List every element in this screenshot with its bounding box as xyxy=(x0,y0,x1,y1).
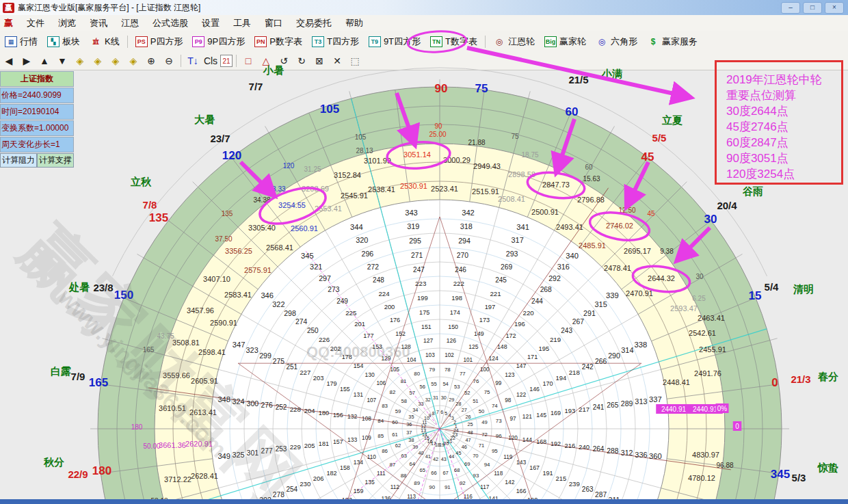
svg-text:28.13: 28.13 xyxy=(356,147,373,155)
svg-text:59: 59 xyxy=(395,408,401,414)
step-row: 周天变化步长=1 xyxy=(0,137,74,152)
svg-text:3407.10: 3407.10 xyxy=(203,275,230,283)
svg-text:118: 118 xyxy=(494,470,503,477)
svg-text:小暑: 小暑 xyxy=(263,64,284,76)
svg-text:小满: 小满 xyxy=(601,68,622,79)
svg-text:267: 267 xyxy=(572,318,584,326)
svg-text:2500.91: 2500.91 xyxy=(531,208,559,216)
svg-text:3661.36: 3661.36 xyxy=(159,441,186,449)
svg-text:107: 107 xyxy=(367,397,376,403)
svg-text:298: 298 xyxy=(284,309,296,317)
svg-text:288: 288 xyxy=(607,447,618,455)
svg-text:3203.69: 3203.69 xyxy=(302,185,329,193)
svg-text:168: 168 xyxy=(536,438,546,445)
svg-text:203: 203 xyxy=(313,374,324,382)
svg-text:344: 344 xyxy=(350,223,363,231)
annotation-line: 2019年江恩轮中轮 xyxy=(726,72,841,88)
svg-text:2575.91: 2575.91 xyxy=(244,266,271,274)
svg-text:40: 40 xyxy=(419,450,424,456)
svg-text:337: 337 xyxy=(649,395,662,403)
svg-text:74: 74 xyxy=(492,403,498,409)
svg-text:105: 105 xyxy=(390,367,399,373)
svg-text:205: 205 xyxy=(304,442,315,449)
svg-text:50: 50 xyxy=(479,408,484,414)
svg-text:109: 109 xyxy=(362,435,371,441)
svg-text:65: 65 xyxy=(420,467,425,473)
svg-text:18.75: 18.75 xyxy=(521,151,538,159)
svg-text:228: 228 xyxy=(290,406,301,413)
svg-text:45: 45 xyxy=(641,150,654,163)
svg-text:25: 25 xyxy=(468,421,473,427)
svg-text:2644.32: 2644.32 xyxy=(648,274,675,282)
svg-text:158: 158 xyxy=(340,464,350,471)
svg-text:170: 170 xyxy=(542,380,553,387)
svg-text:180: 180 xyxy=(92,464,111,477)
key-levels-annotation-box: 2019年江恩轮中轮 重要点位测算 30度2644点 45度2746点 60度2… xyxy=(715,60,843,185)
svg-text:34: 34 xyxy=(412,407,418,413)
svg-text:135: 135 xyxy=(149,211,168,224)
svg-text:75: 75 xyxy=(484,389,490,395)
svg-text:268: 268 xyxy=(540,286,552,293)
svg-text:165: 165 xyxy=(89,376,108,389)
svg-text:246: 246 xyxy=(455,266,466,274)
svg-text:193: 193 xyxy=(565,407,576,414)
svg-text:318: 318 xyxy=(460,222,473,230)
svg-text:31.25: 31.25 xyxy=(304,165,321,173)
svg-text:345: 345 xyxy=(771,468,790,481)
svg-text:2593.47: 2593.47 xyxy=(670,304,698,313)
svg-text:2530.91: 2530.91 xyxy=(400,182,427,190)
svg-text:159: 159 xyxy=(354,488,364,494)
svg-text:2448.41: 2448.41 xyxy=(663,378,690,386)
svg-text:70: 70 xyxy=(473,453,478,459)
price-row: 价格=2440.9099 xyxy=(0,88,74,103)
svg-text:122: 122 xyxy=(516,391,526,398)
svg-text:23/8: 23/8 xyxy=(93,282,113,293)
svg-text:300: 300 xyxy=(247,399,259,408)
calc-support-button[interactable]: 计算支撑 xyxy=(37,153,74,168)
svg-text:9.38: 9.38 xyxy=(660,248,674,255)
time-row: 时间=20190104 xyxy=(0,104,74,120)
svg-text:143: 143 xyxy=(516,459,526,466)
svg-text:2796.88: 2796.88 xyxy=(577,196,605,204)
svg-text:惊蛰: 惊蛰 xyxy=(817,462,838,473)
svg-text:151: 151 xyxy=(421,323,432,330)
svg-text:194: 194 xyxy=(556,374,567,382)
svg-text:3712.22: 3712.22 xyxy=(164,475,191,483)
svg-text:81: 81 xyxy=(401,378,407,384)
index-name: 上证指数 xyxy=(0,71,74,87)
svg-text:180: 180 xyxy=(131,423,143,431)
svg-text:2746.02: 2746.02 xyxy=(606,222,633,230)
svg-text:2440.91: 2440.91 xyxy=(661,406,687,413)
svg-text:192: 192 xyxy=(551,440,561,447)
svg-text:3610.51: 3610.51 xyxy=(159,404,186,412)
svg-text:2628.41: 2628.41 xyxy=(191,472,218,480)
svg-text:247: 247 xyxy=(413,266,425,274)
svg-text:293: 293 xyxy=(506,250,518,258)
annotation-line: 45度2746点 xyxy=(726,119,841,135)
svg-text:2620.91: 2620.91 xyxy=(185,440,213,448)
svg-text:30: 30 xyxy=(704,213,717,226)
svg-text:289: 289 xyxy=(621,399,633,408)
svg-text:103: 103 xyxy=(425,352,435,358)
svg-text:22/9: 22/9 xyxy=(68,468,88,480)
svg-text:15.63: 15.63 xyxy=(583,175,600,183)
index-info-panel: 上证指数 价格=2440.9099 时间=20190104 变换系数=1.000… xyxy=(0,71,74,168)
svg-text:173: 173 xyxy=(479,317,490,323)
svg-text:91: 91 xyxy=(445,484,451,490)
svg-text:295: 295 xyxy=(409,237,421,245)
svg-text:98: 98 xyxy=(505,397,512,403)
svg-text:2463.41: 2463.41 xyxy=(698,314,725,322)
svg-text:105: 105 xyxy=(355,133,367,141)
svg-text:2898.58: 2898.58 xyxy=(508,170,535,178)
svg-text:2568.41: 2568.41 xyxy=(266,243,293,252)
svg-text:2553.41: 2553.41 xyxy=(315,204,342,213)
svg-text:6: 6 xyxy=(440,410,443,414)
calc-resistance-button[interactable]: 计算阻力 xyxy=(0,153,37,168)
coefficient-row: 变换系数=1.00000 xyxy=(0,120,74,136)
svg-text:2583.41: 2583.41 xyxy=(224,291,252,299)
svg-text:251: 251 xyxy=(286,363,297,371)
status-bar xyxy=(0,499,848,504)
svg-text:47: 47 xyxy=(466,437,471,443)
svg-text:227: 227 xyxy=(300,369,310,376)
svg-text:45: 45 xyxy=(647,210,655,217)
